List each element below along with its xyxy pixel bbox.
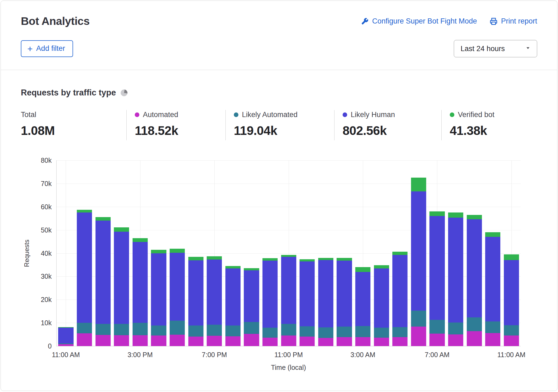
bar-segment-likely-human[interactable]: [374, 268, 389, 328]
bar-segment-automated[interactable]: [170, 335, 185, 346]
bar-segment-verified-bot[interactable]: [244, 268, 259, 270]
bar-segment-likely-automated[interactable]: [448, 323, 463, 334]
bar-segment-likely-automated[interactable]: [392, 327, 408, 337]
bar-segment-automated[interactable]: [188, 337, 203, 346]
bar-segment-automated[interactable]: [133, 335, 148, 346]
bar-segment-verified-bot[interactable]: [374, 265, 389, 268]
bar-segment-verified-bot[interactable]: [151, 250, 166, 253]
bar-segment-likely-human[interactable]: [318, 260, 333, 327]
bar-segment-verified-bot[interactable]: [207, 256, 222, 260]
bar-segment-likely-human[interactable]: [504, 260, 519, 325]
bar-segment-likely-automated[interactable]: [77, 323, 92, 333]
bar-segment-automated[interactable]: [337, 337, 352, 346]
bar-segment-likely-automated[interactable]: [207, 325, 222, 336]
bar-segment-automated[interactable]: [318, 338, 333, 346]
bar-segment-likely-automated[interactable]: [114, 324, 129, 335]
bar-segment-verified-bot[interactable]: [429, 211, 445, 216]
bar-segment-automated[interactable]: [392, 337, 408, 346]
bar-segment-likely-human[interactable]: [355, 272, 370, 326]
bar-segment-likely-human[interactable]: [225, 268, 241, 325]
bar-segment-automated[interactable]: [151, 335, 166, 346]
bar-segment-verified-bot[interactable]: [262, 258, 278, 261]
add-filter-button[interactable]: + Add filter: [21, 40, 73, 57]
bar-segment-likely-human[interactable]: [262, 261, 278, 328]
bar-segment-verified-bot[interactable]: [485, 232, 500, 237]
bar-segment-likely-human[interactable]: [58, 328, 73, 343]
bar-segment-likely-human[interactable]: [151, 253, 166, 325]
bar-segment-likely-human[interactable]: [95, 221, 110, 324]
bar-segment-automated[interactable]: [95, 335, 110, 346]
bar-segment-automated[interactable]: [411, 327, 426, 346]
bar-segment-verified-bot[interactable]: [300, 259, 315, 262]
bar-segment-likely-human[interactable]: [133, 242, 148, 323]
bar-segment-likely-automated[interactable]: [337, 327, 352, 337]
bar-segment-automated[interactable]: [77, 333, 92, 346]
bar-segment-verified-bot[interactable]: [392, 252, 408, 255]
bar-segment-likely-automated[interactable]: [281, 324, 296, 335]
bar-segment-verified-bot[interactable]: [337, 258, 352, 261]
bar-segment-automated[interactable]: [429, 334, 445, 346]
bar-segment-likely-automated[interactable]: [58, 343, 73, 344]
bar-segment-automated[interactable]: [374, 338, 389, 346]
print-report-link[interactable]: Print report: [490, 17, 537, 25]
bar-segment-likely-automated[interactable]: [151, 325, 166, 336]
bar-segment-likely-human[interactable]: [114, 232, 129, 324]
bar-segment-likely-human[interactable]: [467, 219, 482, 317]
bar-segment-likely-human[interactable]: [244, 270, 259, 322]
bar-segment-automated[interactable]: [262, 338, 278, 346]
bar-segment-verified-bot[interactable]: [281, 255, 296, 257]
bar-segment-automated[interactable]: [207, 336, 222, 346]
configure-super-bot-fight-mode-link[interactable]: Configure Super Bot Fight Mode: [361, 17, 477, 25]
bar-segment-automated[interactable]: [448, 334, 463, 346]
time-range-select[interactable]: Last 24 hours: [454, 40, 537, 57]
bar-segment-automated[interactable]: [244, 334, 259, 346]
bar-segment-automated[interactable]: [467, 331, 482, 346]
bar-segment-likely-human[interactable]: [188, 260, 203, 325]
bar-segment-likely-automated[interactable]: [300, 326, 315, 337]
bar-segment-likely-automated[interactable]: [411, 311, 426, 327]
bar-segment-likely-human[interactable]: [77, 212, 92, 323]
bar-segment-automated[interactable]: [355, 337, 370, 346]
bar-segment-verified-bot[interactable]: [95, 217, 110, 221]
bar-segment-verified-bot[interactable]: [77, 210, 92, 212]
bar-segment-likely-automated[interactable]: [262, 328, 278, 338]
bar-segment-likely-human[interactable]: [392, 255, 408, 327]
bar-segment-automated[interactable]: [281, 335, 296, 346]
bar-segment-likely-human[interactable]: [300, 261, 315, 326]
bar-segment-likely-automated[interactable]: [485, 321, 500, 333]
bar-segment-likely-automated[interactable]: [133, 323, 148, 335]
bar-segment-verified-bot[interactable]: [467, 215, 482, 219]
bar-segment-likely-human[interactable]: [337, 261, 352, 327]
bar-segment-verified-bot[interactable]: [448, 212, 463, 218]
bar-segment-verified-bot[interactable]: [170, 249, 185, 253]
bar-segment-likely-automated[interactable]: [355, 326, 370, 337]
bar-segment-likely-automated[interactable]: [318, 327, 333, 338]
bar-segment-automated[interactable]: [225, 336, 241, 346]
bar-segment-likely-automated[interactable]: [95, 324, 110, 335]
bar-segment-likely-automated[interactable]: [244, 322, 259, 334]
bar-segment-likely-automated[interactable]: [225, 325, 241, 336]
bar-segment-likely-automated[interactable]: [467, 317, 482, 331]
bar-segment-likely-human[interactable]: [207, 260, 222, 325]
bar-segment-likely-human[interactable]: [448, 218, 463, 323]
bar-segment-likely-automated[interactable]: [188, 325, 203, 337]
bar-segment-likely-human[interactable]: [485, 237, 500, 321]
bar-segment-automated[interactable]: [58, 344, 73, 346]
bar-segment-verified-bot[interactable]: [188, 257, 203, 260]
bar-segment-automated[interactable]: [300, 337, 315, 346]
bar-segment-verified-bot[interactable]: [411, 178, 426, 191]
bar-segment-likely-automated[interactable]: [429, 320, 445, 334]
bar-segment-likely-human[interactable]: [429, 216, 445, 320]
bar-segment-verified-bot[interactable]: [225, 266, 241, 268]
bar-segment-likely-human[interactable]: [170, 253, 185, 321]
bar-segment-likely-automated[interactable]: [504, 325, 519, 335]
bar-segment-verified-bot[interactable]: [318, 258, 333, 260]
bar-segment-verified-bot[interactable]: [114, 227, 129, 231]
bar-segment-likely-automated[interactable]: [374, 328, 389, 338]
bar-segment-verified-bot[interactable]: [133, 238, 148, 242]
bar-segment-automated[interactable]: [114, 335, 129, 346]
bar-segment-verified-bot[interactable]: [504, 254, 519, 260]
bar-segment-likely-human[interactable]: [281, 257, 296, 324]
bar-segment-likely-automated[interactable]: [170, 321, 185, 335]
bar-segment-automated[interactable]: [504, 335, 519, 346]
